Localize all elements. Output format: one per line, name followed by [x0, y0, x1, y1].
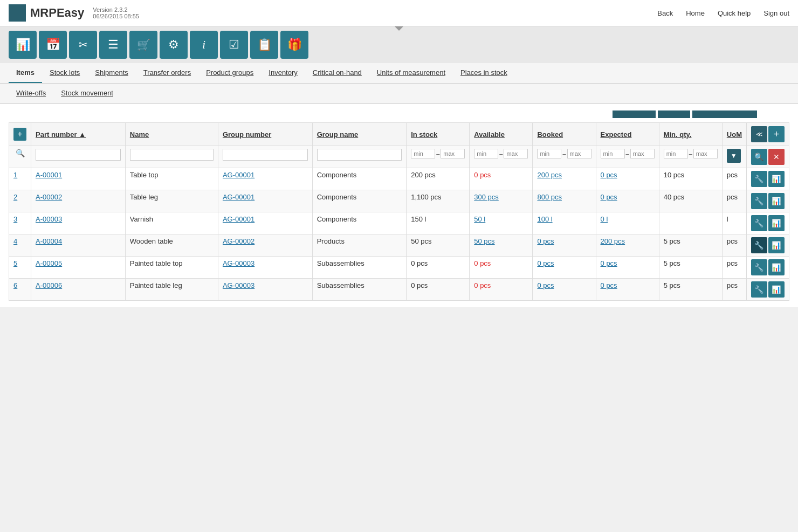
nav-write-offs[interactable]: Write-offs — [9, 84, 53, 103]
nav-units-of-measurement[interactable]: Units of measurement — [369, 63, 453, 83]
group-number-link[interactable]: AG-00003 — [223, 259, 254, 267]
filter-available-max[interactable] — [504, 149, 528, 158]
filter-expected-min[interactable] — [601, 149, 625, 158]
part-number-link[interactable]: A-00002 — [36, 193, 62, 201]
booked-value[interactable]: 0 pcs — [537, 281, 554, 289]
fold-columns-button[interactable]: ≪ — [751, 126, 767, 142]
chart-item-button[interactable]: 📊 — [768, 171, 785, 187]
add-item-button[interactable]: + — [13, 128, 26, 141]
row-number[interactable]: 1 — [13, 171, 17, 179]
chart-item-button[interactable]: 📊 — [768, 237, 785, 253]
expected-value[interactable]: 0 pcs — [601, 259, 617, 267]
edit-item-button[interactable]: 🔧 — [751, 193, 767, 209]
edit-item-button[interactable]: 🔧 — [751, 171, 767, 187]
sort-in-stock[interactable]: In stock — [411, 130, 437, 139]
group-number-link[interactable]: AG-00003 — [223, 281, 254, 289]
booked-value[interactable]: 800 pcs — [537, 193, 562, 201]
gift-toolbar-btn[interactable]: 🎁 — [280, 31, 308, 59]
sort-group-number[interactable]: Group number — [223, 130, 271, 139]
available-value[interactable]: 50 l — [474, 215, 485, 223]
filter-clear-button[interactable]: ✕ — [768, 149, 785, 165]
sort-uom[interactable]: UoM — [727, 130, 742, 139]
booked-value[interactable]: 0 pcs — [537, 259, 554, 267]
filter-name-input[interactable] — [130, 149, 214, 161]
sort-min-qty[interactable]: Min. qty. — [664, 130, 692, 139]
row-number[interactable]: 4 — [13, 237, 17, 245]
expected-value[interactable]: 0 l — [601, 215, 608, 223]
edit-item-button[interactable]: 🔧 — [751, 281, 767, 298]
nav-places-in-stock[interactable]: Places in stock — [453, 63, 515, 83]
nav-stock-movement[interactable]: Stock movement — [53, 84, 121, 103]
nav-items[interactable]: Items — [9, 63, 42, 83]
part-number-link[interactable]: A-00004 — [36, 237, 62, 245]
sort-booked[interactable]: Booked — [537, 130, 563, 139]
group-number-link[interactable]: AG-00001 — [223, 215, 254, 223]
filter-min-qty-max[interactable] — [693, 149, 718, 158]
chart-item-button[interactable]: 📊 — [768, 259, 785, 275]
row-number[interactable]: 2 — [13, 193, 17, 201]
filter-in-stock-max[interactable] — [441, 149, 465, 158]
settings-toolbar-btn[interactable]: ⚙ — [160, 31, 188, 59]
nav-critical-on-hand[interactable]: Critical on-hand — [305, 63, 369, 83]
group-number-link[interactable]: AG-00001 — [223, 171, 254, 179]
edit-item-button[interactable]: 🔧 — [751, 237, 767, 253]
edit-item-button[interactable]: 🔧 — [751, 215, 767, 231]
copy-toolbar-btn[interactable]: 📋 — [250, 31, 278, 59]
back-link[interactable]: Back — [657, 9, 673, 17]
checkbox-toolbar-btn[interactable]: ☑ — [220, 31, 248, 59]
signout-link[interactable]: Sign out — [763, 9, 789, 17]
filter-search-button[interactable]: 🔍 — [751, 149, 767, 165]
nav-shipments[interactable]: Shipments — [87, 63, 135, 83]
info-toolbar-btn[interactable]: i — [190, 31, 218, 59]
filter-min-qty-min[interactable] — [664, 149, 688, 158]
booked-value[interactable]: 200 pcs — [537, 171, 562, 179]
chart-item-button[interactable]: 📊 — [768, 215, 785, 231]
basket-toolbar-btn[interactable]: 🛒 — [129, 31, 157, 59]
expected-value[interactable]: 0 pcs — [601, 193, 617, 201]
filter-group-number-input[interactable] — [223, 149, 308, 161]
booked-value[interactable]: 100 l — [537, 215, 552, 223]
add-column-button[interactable]: + — [768, 126, 785, 142]
edit-item-button[interactable]: 🔧 — [751, 259, 767, 275]
filter-available-min[interactable] — [474, 149, 498, 158]
expected-value[interactable]: 200 pcs — [601, 237, 625, 245]
calendar-toolbar-btn[interactable]: 📅 — [39, 31, 67, 59]
row-number[interactable]: 3 — [13, 215, 17, 223]
available-value[interactable]: 50 pcs — [474, 237, 494, 245]
part-number-link[interactable]: A-00001 — [36, 171, 62, 179]
chart-toolbar-btn[interactable]: 📊 — [9, 31, 37, 59]
available-value[interactable]: 300 pcs — [474, 193, 499, 201]
group-number-link[interactable]: AG-00001 — [223, 193, 254, 201]
filter-booked-min[interactable] — [537, 149, 561, 158]
filter-expected-max[interactable] — [630, 149, 655, 158]
sort-group-name[interactable]: Group name — [317, 130, 359, 139]
toolbar-dropdown-arrow[interactable] — [395, 26, 403, 31]
row-number[interactable]: 6 — [13, 281, 17, 289]
row-number[interactable]: 5 — [13, 259, 17, 267]
tools-toolbar-btn[interactable]: ✂ — [69, 31, 97, 59]
part-number-link[interactable]: A-00006 — [36, 281, 62, 289]
part-number-link[interactable]: A-00003 — [36, 215, 62, 223]
group-number-link[interactable]: AG-00002 — [223, 237, 254, 245]
filter-booked-max[interactable] — [567, 149, 591, 158]
sort-expected[interactable]: Expected — [601, 130, 632, 139]
chart-item-button[interactable]: 📊 — [768, 281, 785, 298]
expected-value[interactable]: 0 pcs — [601, 171, 617, 179]
nav-product-groups[interactable]: Product groups — [198, 63, 261, 83]
sort-available[interactable]: Available — [474, 130, 505, 139]
list-toolbar-btn[interactable]: ☰ — [99, 31, 127, 59]
nav-stock-lots[interactable]: Stock lots — [42, 63, 87, 83]
sort-name[interactable]: Name — [130, 130, 149, 139]
quickhelp-link[interactable]: Quick help — [718, 9, 751, 17]
chart-item-button[interactable]: 📊 — [768, 193, 785, 209]
filter-part-number-input[interactable] — [36, 149, 121, 161]
nav-transfer-orders[interactable]: Transfer orders — [136, 63, 198, 83]
nav-inventory[interactable]: Inventory — [261, 63, 305, 83]
sort-part-number[interactable]: Part number ▲ — [36, 130, 86, 139]
home-link[interactable]: Home — [686, 9, 705, 17]
part-number-link[interactable]: A-00005 — [36, 259, 62, 267]
filter-group-name-input[interactable] — [317, 149, 402, 161]
booked-value[interactable]: 0 pcs — [537, 237, 554, 245]
filter-uom-dropdown[interactable]: ▼ — [727, 149, 741, 163]
expected-value[interactable]: 0 pcs — [601, 281, 617, 289]
